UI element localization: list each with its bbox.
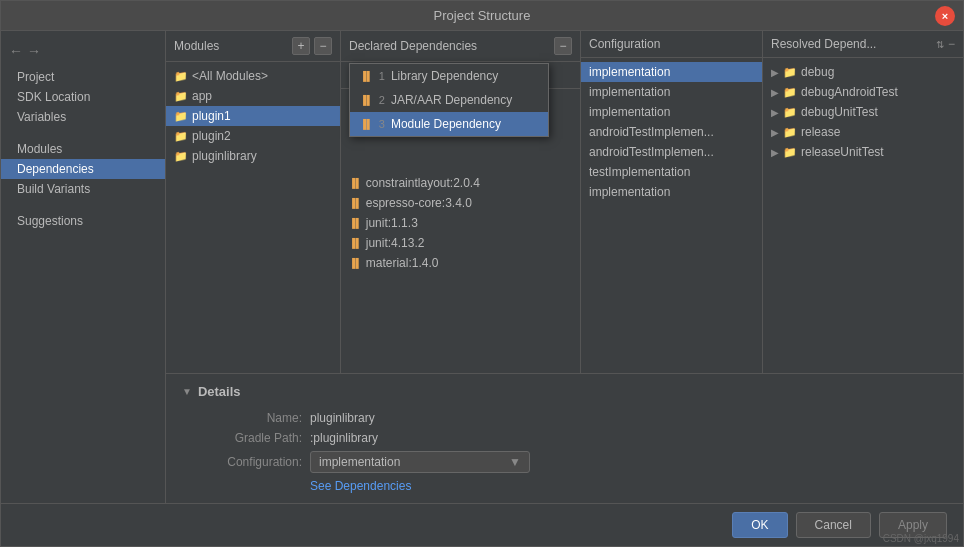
- resolved-panel-title: Resolved Depend...: [771, 37, 876, 51]
- resolved-item-debug[interactable]: ▶ 📁 debug: [763, 62, 963, 82]
- ok-button[interactable]: OK: [732, 512, 787, 538]
- modules-list: 📁 <All Modules> 📁 app 📁 plugin1 📁: [166, 62, 340, 373]
- dep-item-material[interactable]: ▐▌ material:1.4.0: [341, 253, 580, 273]
- sort-icon[interactable]: ⇅: [936, 39, 944, 50]
- gradle-label: Gradle Path:: [182, 431, 302, 445]
- main-area: Modules + − 📁 <All Modules> 📁: [166, 31, 963, 503]
- folder-icon: 📁: [783, 86, 797, 99]
- folder-icon: 📁: [174, 110, 188, 123]
- deps-panel-controls: −: [554, 37, 572, 55]
- dep-bars-icon: ▐▌: [349, 218, 362, 228]
- deps-add-dropdown: ▐▌ 1 Library Dependency ▐▌ 2 JAR/AAR Dep…: [349, 63, 549, 137]
- config-select-dropdown[interactable]: implementation ▼: [310, 451, 530, 473]
- details-triangle-icon: ▼: [182, 386, 192, 397]
- config-item-testimpl[interactable]: testImplementation: [581, 162, 762, 182]
- dropdown-item-library[interactable]: ▐▌ 1 Library Dependency: [350, 64, 548, 88]
- chevron-right-icon: ▶: [771, 147, 779, 158]
- module-item-app[interactable]: 📁 app: [166, 86, 340, 106]
- modules-panel-header: Modules + −: [166, 31, 340, 62]
- dep-item-junit2[interactable]: ▐▌ junit:4.13.2: [341, 233, 580, 253]
- resolved-list: ▶ 📁 debug ▶ 📁 debugAndroidTest ▶ 📁: [763, 58, 963, 373]
- folder-icon: 📁: [783, 126, 797, 139]
- resolved-item-release-unit-test[interactable]: ▶ 📁 releaseUnitTest: [763, 142, 963, 162]
- back-arrow[interactable]: ←: [9, 43, 23, 59]
- folder-icon: 📁: [174, 150, 188, 163]
- details-grid: Name: pluginlibrary Gradle Path: :plugin…: [182, 411, 947, 493]
- bottom-bar: OK Cancel Apply: [1, 503, 963, 546]
- chevron-right-icon: ▶: [771, 127, 779, 138]
- deps-panel: Declared Dependencies − + ▐▌ 1 Library: [341, 31, 581, 373]
- deps-panel-header: Declared Dependencies −: [341, 31, 580, 62]
- dep-bars-icon: ▐▌: [349, 198, 362, 208]
- resolved-panel: Resolved Depend... ⇅ − ▶ 📁 debug: [763, 31, 963, 373]
- config-panel: Configuration implementation implementat…: [581, 31, 763, 373]
- resolved-panel-controls: ⇅ −: [936, 37, 955, 51]
- minimize-icon[interactable]: −: [948, 37, 955, 51]
- name-label: Name:: [182, 411, 302, 425]
- details-title: Details: [198, 384, 241, 399]
- modules-remove-button[interactable]: −: [314, 37, 332, 55]
- deps-panel-title: Declared Dependencies: [349, 39, 477, 53]
- config-item-impl3[interactable]: implementation: [581, 102, 762, 122]
- sidebar-item-variables[interactable]: Variables: [1, 107, 165, 127]
- title-bar: Project Structure ×: [1, 1, 963, 31]
- config-item-impl1[interactable]: implementation: [581, 62, 762, 82]
- watermark: CSDN @jxq1994: [883, 533, 959, 544]
- deps-list: ▐▌ constraintlayout:2.0.4 ▐▌ espresso-co…: [341, 169, 580, 373]
- dep-bars-icon: ▐▌: [349, 238, 362, 248]
- chevron-right-icon: ▶: [771, 107, 779, 118]
- sidebar-item-build-variants[interactable]: Build Variants: [1, 179, 165, 199]
- bars-icon: ▐▌: [360, 95, 373, 105]
- dep-bars-icon: ▐▌: [349, 178, 362, 188]
- modules-add-button[interactable]: +: [292, 37, 310, 55]
- gradle-value: :pluginlibrary: [310, 431, 947, 445]
- module-item-all[interactable]: 📁 <All Modules>: [166, 66, 340, 86]
- sidebar-item-dependencies[interactable]: Dependencies: [1, 159, 165, 179]
- chevron-right-icon: ▶: [771, 87, 779, 98]
- panels: Modules + − 📁 <All Modules> 📁: [166, 31, 963, 373]
- cancel-button[interactable]: Cancel: [796, 512, 871, 538]
- config-select-arrow-icon: ▼: [509, 455, 521, 469]
- close-button[interactable]: ×: [935, 6, 955, 26]
- sidebar-item-project[interactable]: Project: [1, 67, 165, 87]
- resolved-item-debug-android-test[interactable]: ▶ 📁 debugAndroidTest: [763, 82, 963, 102]
- chevron-right-icon: ▶: [771, 67, 779, 78]
- resolved-item-debug-unit-test[interactable]: ▶ 📁 debugUnitTest: [763, 102, 963, 122]
- config-item-androidtest1[interactable]: androidTestImplemen...: [581, 122, 762, 142]
- dropdown-item-module[interactable]: ▐▌ 3 Module Dependency: [350, 112, 548, 136]
- dep-item-constraintlayout[interactable]: ▐▌ constraintlayout:2.0.4: [341, 173, 580, 193]
- sidebar-nav: ← →: [1, 39, 165, 63]
- folder-icon: 📁: [174, 70, 188, 83]
- folder-icon: 📁: [174, 130, 188, 143]
- sidebar-item-sdk-location[interactable]: SDK Location: [1, 87, 165, 107]
- config-panel-header: Configuration: [581, 31, 762, 58]
- module-item-pluginlibrary[interactable]: 📁 pluginlibrary: [166, 146, 340, 166]
- config-list: implementation implementation implementa…: [581, 58, 762, 373]
- resolved-item-release[interactable]: ▶ 📁 release: [763, 122, 963, 142]
- dropdown-item-jar[interactable]: ▐▌ 2 JAR/AAR Dependency: [350, 88, 548, 112]
- forward-arrow[interactable]: →: [27, 43, 41, 59]
- dep-bars-icon: ▐▌: [349, 258, 362, 268]
- dialog-content: ← → Project SDK Location Variables Modul…: [1, 31, 963, 503]
- dep-item-espresso[interactable]: ▐▌ espresso-core:3.4.0: [341, 193, 580, 213]
- config-item-impl2[interactable]: implementation: [581, 82, 762, 102]
- deps-remove-button[interactable]: −: [554, 37, 572, 55]
- config-label: Configuration:: [182, 455, 302, 469]
- bars-icon: ▐▌: [360, 71, 373, 81]
- config-item-impl4[interactable]: implementation: [581, 182, 762, 202]
- folder-icon: 📁: [783, 66, 797, 79]
- dialog-title: Project Structure: [434, 8, 531, 23]
- sidebar-item-modules[interactable]: Modules: [1, 139, 165, 159]
- config-item-androidtest2[interactable]: androidTestImplemen...: [581, 142, 762, 162]
- folder-icon: 📁: [174, 90, 188, 103]
- config-select-value: implementation: [319, 455, 400, 469]
- see-dependencies-link[interactable]: See Dependencies: [310, 479, 947, 493]
- details-header[interactable]: ▼ Details: [182, 384, 947, 399]
- project-structure-dialog: Project Structure × ← → Project SDK Loca…: [0, 0, 964, 547]
- module-item-plugin2[interactable]: 📁 plugin2: [166, 126, 340, 146]
- dep-item-junit1[interactable]: ▐▌ junit:1.1.3: [341, 213, 580, 233]
- modules-panel-title: Modules: [174, 39, 219, 53]
- module-item-plugin1[interactable]: 📁 plugin1: [166, 106, 340, 126]
- folder-icon: 📁: [783, 106, 797, 119]
- sidebar-item-suggestions[interactable]: Suggestions: [1, 211, 165, 231]
